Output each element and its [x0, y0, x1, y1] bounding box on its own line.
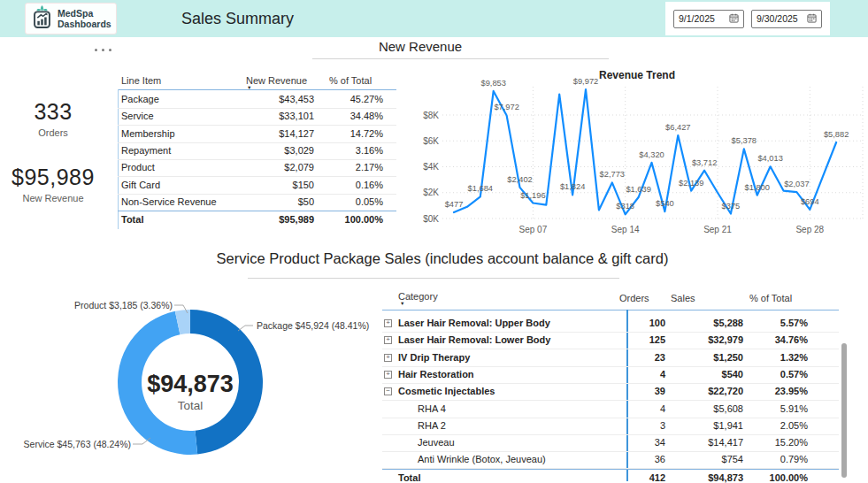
- new-revenue-kpi-card[interactable]: $95,989 New Revenue: [0, 165, 106, 203]
- logo-line2: Dashboards: [58, 19, 111, 29]
- orders-cell: 4: [611, 366, 665, 383]
- orders-cell: 23: [611, 349, 665, 366]
- revenue-cell: $33,101: [222, 108, 314, 125]
- sales-cell: $14,417: [669, 434, 743, 451]
- pct-cell: 45.27%: [319, 91, 383, 108]
- more-options-button[interactable]: [95, 49, 111, 51]
- sales-cell: $754: [669, 451, 743, 468]
- pct-cell: 34.48%: [319, 108, 383, 125]
- svg-text:$1,800: $1,800: [744, 183, 769, 192]
- svg-text:$0K: $0K: [423, 214, 439, 224]
- matrix-row[interactable]: RHA 44$5,6085.91%: [382, 401, 839, 418]
- matrix-row[interactable]: +Hair Restoration4$5400.57%: [382, 366, 839, 384]
- matrix-row[interactable]: Anti Wrinkle (Botox, Jeuveau)36$7540.79%: [382, 451, 839, 469]
- sales-cell: $5,288: [669, 315, 743, 332]
- sales-cell: $1,250: [669, 349, 743, 366]
- donut-label-product: Product $3,185 (3.36%): [51, 300, 173, 310]
- expand-icon[interactable]: +: [384, 371, 392, 379]
- svg-text:$1,684: $1,684: [468, 184, 493, 193]
- matrix-row[interactable]: Jeuveau34$14,41715.20%: [382, 434, 839, 452]
- table-row[interactable]: Service$33,10134.48%: [118, 108, 396, 126]
- revenue-cell: $150: [222, 177, 314, 194]
- svg-text:$1,824: $1,824: [560, 182, 585, 191]
- category-cell: Anti Wrinkle (Botox, Jeuveau): [418, 451, 546, 468]
- column-header-line-item[interactable]: Line Item: [121, 75, 161, 86]
- table-row[interactable]: Membership$14,12714.72%: [118, 126, 396, 143]
- total-orders: 412: [611, 470, 665, 483]
- pct-cell: 34.76%: [744, 332, 808, 349]
- donut-label-service: Service $45,763 (48.24%): [16, 439, 131, 449]
- svg-text:$4,013: $4,013: [757, 154, 782, 163]
- matrix-row[interactable]: +Laser Hair Removal: Upper Body100$5,288…: [382, 315, 839, 333]
- column-header-pct-total[interactable]: % of Total: [329, 75, 372, 86]
- pct-cell: 2.17%: [319, 159, 383, 176]
- column-header-new-revenue[interactable]: New Revenue: [246, 75, 307, 86]
- date-to-input[interactable]: 9/30/2025: [751, 10, 822, 28]
- collapse-icon[interactable]: −: [384, 387, 392, 395]
- table-total-row: Total$95,989100.00%: [118, 211, 396, 228]
- matrix-row[interactable]: −Cosmetic Injectables39$22,72023.95%: [382, 383, 839, 401]
- chart-logo-icon: [32, 4, 52, 33]
- line-item-cell: Membership: [121, 126, 175, 142]
- expand-icon[interactable]: +: [384, 319, 392, 327]
- orders-cell: 100: [611, 315, 665, 332]
- table-row[interactable]: Repayment$3,0293.16%: [118, 142, 396, 160]
- new-revenue-table: Line Item New Revenue ▼ % of Total Packa…: [118, 73, 403, 234]
- orders-kpi-card[interactable]: 333 Orders: [0, 99, 106, 138]
- column-header-orders[interactable]: Orders: [619, 293, 649, 303]
- svg-text:$540: $540: [656, 199, 674, 208]
- total-sales: $94,873: [669, 470, 743, 483]
- new-revenue-title: New Revenue: [248, 39, 593, 54]
- svg-text:$2,773: $2,773: [600, 170, 625, 179]
- column-header-pct-total[interactable]: % of Total: [749, 293, 792, 303]
- table-row[interactable]: Product$2,0792.17%: [118, 159, 396, 177]
- expand-icon[interactable]: +: [384, 354, 392, 362]
- total-label: Total: [121, 211, 143, 228]
- app-logo[interactable]: MedSpa Dashboards: [25, 3, 117, 34]
- orders-label: Orders: [0, 127, 106, 138]
- header-divider: [382, 310, 839, 310]
- sales-section-title: Service Product Package Sales (includes …: [133, 250, 752, 267]
- matrix-row[interactable]: +IV Drip Therapy23$1,2501.32%: [382, 349, 839, 367]
- svg-text:$2,402: $2,402: [507, 175, 532, 184]
- pct-cell: 2.05%: [744, 418, 808, 434]
- title-underline: [312, 58, 609, 59]
- total-revenue: $95,989: [222, 211, 314, 228]
- table-row[interactable]: Non-Service Revenue$500.05%: [118, 194, 396, 211]
- orders-value: 333: [0, 99, 106, 125]
- sales-cell: $22,720: [669, 383, 743, 400]
- pct-cell: 1.32%: [744, 349, 808, 366]
- table-row[interactable]: Package$43,45345.27%: [118, 91, 396, 109]
- category-cell: RHA 4: [418, 401, 446, 418]
- pct-cell: 14.72%: [319, 126, 383, 142]
- donut-label-package: Package $45,924 (48.41%): [257, 320, 369, 331]
- svg-text:$5,882: $5,882: [824, 130, 849, 139]
- matrix-row[interactable]: RHA 23$1,9412.05%: [382, 418, 839, 435]
- table-scrollbar[interactable]: [841, 343, 847, 478]
- revenue-cell: $3,029: [222, 142, 314, 159]
- new-revenue-label: New Revenue: [0, 193, 106, 203]
- svg-text:$8K: $8K: [423, 111, 439, 120]
- expand-icon[interactable]: +: [384, 336, 392, 344]
- category-cell: RHA 2: [418, 418, 446, 434]
- line-item-cell: Non-Service Revenue: [121, 194, 217, 211]
- title-underline: [248, 278, 619, 279]
- page-title: Sales Summary: [181, 0, 294, 37]
- svg-text:Sep 21: Sep 21: [703, 225, 732, 234]
- svg-text:$477: $477: [445, 200, 464, 209]
- category-cell: Laser Hair Removal: Upper Body: [398, 315, 550, 332]
- total-pct: 100.00%: [744, 470, 808, 483]
- revenue-cell: $2,079: [222, 159, 314, 176]
- column-header-sales[interactable]: Sales: [671, 293, 695, 303]
- svg-text:$9,972: $9,972: [573, 78, 598, 86]
- svg-text:$4,320: $4,320: [639, 150, 664, 159]
- revenue-trend-chart[interactable]: $0K$2K$4K$6K$8KSep 07Sep 14Sep 21Sep 28$…: [416, 78, 868, 239]
- date-from-input[interactable]: 9/1/2025: [673, 10, 744, 28]
- pct-cell: 0.79%: [744, 451, 808, 468]
- matrix-row[interactable]: +Laser Hair Removal: Lower Body125$32,97…: [382, 332, 839, 349]
- svg-text:$2K: $2K: [423, 188, 439, 197]
- svg-text:$2,037: $2,037: [784, 180, 809, 188]
- logo-text: MedSpa Dashboards: [58, 8, 111, 29]
- pct-cell: 15.20%: [744, 434, 808, 451]
- table-row[interactable]: Gift Card$1500.16%: [118, 177, 396, 195]
